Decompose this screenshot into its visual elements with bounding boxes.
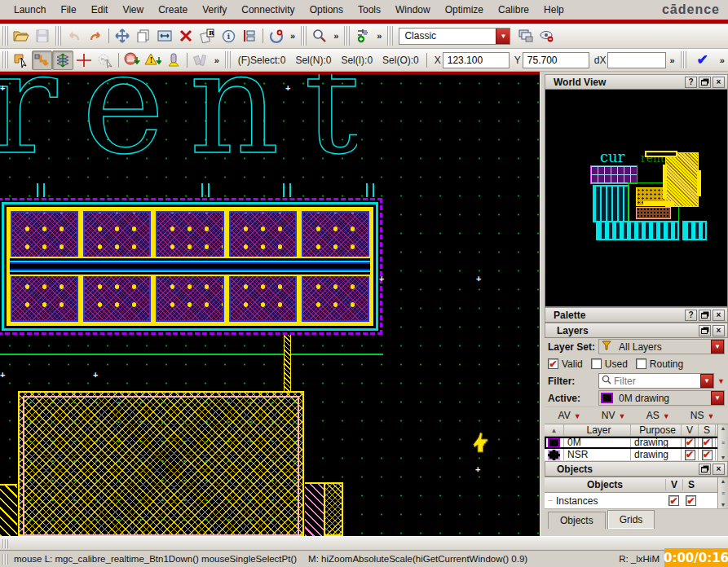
partial-select-icon[interactable] — [11, 51, 32, 70]
cell-array[interactable] — [0, 198, 382, 335]
valid-checkbox[interactable]: ✔ — [548, 358, 558, 369]
tree-icon[interactable] — [239, 26, 260, 46]
combo-dropdown-icon[interactable]: ▼ — [496, 29, 510, 44]
menu-file[interactable]: File — [53, 2, 83, 18]
toolbar-grip[interactable] — [225, 51, 231, 69]
active-layer-combo[interactable]: 0M drawing ▼ — [598, 390, 725, 406]
menu-calibre[interactable]: Calibre — [491, 2, 536, 18]
toolbar-overflow[interactable]: » — [330, 31, 342, 41]
statusbar-grip[interactable] — [2, 554, 8, 565]
menu-edit[interactable]: Edit — [84, 2, 116, 18]
left-hatched-strip[interactable] — [0, 484, 17, 536]
toolbar-grip[interactable] — [55, 26, 61, 46]
float-icon[interactable] — [699, 325, 711, 336]
s-column-header[interactable]: S — [699, 424, 716, 436]
purpose-column-header[interactable]: Purpose — [631, 424, 682, 436]
ns-toggle[interactable]: NS▼ — [690, 410, 715, 421]
toolbar-overflow[interactable]: » — [666, 55, 677, 65]
layer-visible-checkbox[interactable]: ✔ — [685, 437, 695, 448]
yellow-hatched-strip[interactable] — [324, 482, 343, 536]
y-coord-input[interactable] — [523, 52, 589, 68]
routing-checkbox[interactable] — [636, 358, 646, 369]
objects-column-header[interactable]: Objects — [545, 479, 665, 490]
combo-dropdown-icon[interactable]: ▼ — [711, 391, 724, 405]
layout-canvas[interactable]: rent + + — [0, 74, 540, 536]
zoom-icon[interactable] — [309, 26, 330, 46]
close-icon[interactable]: × — [713, 310, 725, 321]
float-icon[interactable] — [699, 310, 711, 321]
help-icon[interactable]: ? — [685, 310, 697, 321]
float-icon[interactable] — [699, 77, 711, 88]
array-cell[interactable] — [11, 269, 78, 322]
toolbar-overflow[interactable]: » — [373, 31, 385, 41]
help-icon[interactable]: ? — [685, 77, 697, 88]
refresh-add-icon[interactable] — [266, 26, 287, 46]
layer-select-checkbox[interactable]: ✔ — [702, 450, 713, 460]
menu-window[interactable]: Window — [388, 2, 438, 18]
sort-column[interactable]: ▲ — [545, 424, 564, 436]
gavel-icon[interactable] — [190, 51, 211, 70]
instances-select-checkbox[interactable]: ✔ — [686, 495, 696, 506]
toolbar-grip[interactable] — [2, 26, 8, 46]
workspace-combo[interactable]: Classic ▼ — [399, 28, 510, 45]
scrollbar-grip[interactable] — [2, 539, 8, 548]
menu-tools[interactable]: Tools — [351, 2, 388, 18]
s-column-header[interactable]: S — [682, 479, 699, 490]
stretch-icon[interactable] — [154, 26, 175, 46]
save-icon[interactable] — [32, 26, 53, 46]
vertical-wire[interactable] — [284, 335, 291, 392]
nv-toggle[interactable]: NV▼ — [602, 410, 626, 421]
menu-help[interactable]: Help — [536, 2, 571, 18]
used-checkbox[interactable] — [591, 358, 602, 369]
properties-icon[interactable]: R — [196, 26, 218, 46]
stop-hand-icon[interactable] — [121, 51, 143, 70]
menu-launch[interactable]: Launch — [7, 2, 53, 18]
world-view-header[interactable]: World View ? × — [545, 74, 728, 90]
filter-options-icon[interactable]: ▼ — [717, 377, 725, 385]
palette-header[interactable]: Palette ? × — [545, 307, 728, 323]
layer-select-checkbox[interactable]: ✔ — [702, 437, 713, 448]
layers-table-scrollbar[interactable]: ▲≡▼ — [717, 424, 728, 461]
menu-optimize[interactable]: Optimize — [438, 2, 491, 18]
layer-row-0m[interactable]: 0M drawing ✔ ✔ — [545, 437, 728, 449]
toolbar-grip[interactable] — [681, 51, 686, 69]
apply-check-icon[interactable]: ✔ — [697, 51, 708, 68]
pink-hatched-strip[interactable] — [305, 482, 324, 536]
layer-row-nsr[interactable]: NSR drawing ✔ ✔ — [545, 449, 728, 461]
x-coord-input[interactable] — [443, 52, 510, 68]
open-folder-icon[interactable] — [11, 26, 32, 46]
redo-icon[interactable] — [85, 26, 106, 46]
warning-icon[interactable]: ! — [142, 51, 163, 70]
menu-create[interactable]: Create — [151, 2, 195, 18]
combo-dropdown-icon[interactable]: ▼ — [700, 374, 713, 388]
layer-set-combo[interactable]: All Layers ▼ — [598, 339, 725, 354]
toolbar-overflow[interactable]: » — [717, 55, 728, 65]
undo-icon[interactable] — [64, 26, 85, 46]
filter-input[interactable] — [614, 376, 700, 387]
as-toggle[interactable]: AS▼ — [646, 410, 670, 421]
tab-objects[interactable]: Objects — [548, 512, 606, 529]
world-view-canvas[interactable]: rent cur — [545, 90, 728, 307]
menu-view[interactable]: View — [115, 2, 151, 18]
toolbar-grip[interactable] — [301, 26, 307, 46]
float-icon[interactable] — [699, 464, 711, 475]
v-column-header[interactable]: V — [682, 424, 699, 436]
close-icon[interactable]: × — [713, 464, 725, 475]
layer-column-header[interactable]: Layer — [564, 424, 631, 436]
tab-grids[interactable]: Grids — [607, 510, 655, 529]
close-icon[interactable]: × — [713, 325, 725, 336]
toolbar-overflow[interactable]: » — [211, 55, 223, 65]
hatched-capacitor-region[interactable] — [18, 391, 304, 536]
filter-input-box[interactable]: ▼ — [598, 373, 714, 389]
objects-panel-header[interactable]: Objects × — [545, 461, 728, 477]
lasso-select-icon[interactable] — [95, 51, 116, 70]
v-column-header[interactable]: V — [665, 479, 682, 490]
layers-header[interactable]: Layers × — [545, 323, 728, 338]
array-cell[interactable] — [156, 269, 223, 322]
layers-window-icon[interactable] — [515, 26, 536, 46]
lamp-icon[interactable] — [163, 51, 184, 70]
toolbar-grip[interactable] — [2, 51, 8, 69]
combo-dropdown-icon[interactable]: ▼ — [711, 340, 724, 354]
menu-options[interactable]: Options — [302, 2, 351, 18]
array-cell[interactable] — [229, 269, 297, 322]
